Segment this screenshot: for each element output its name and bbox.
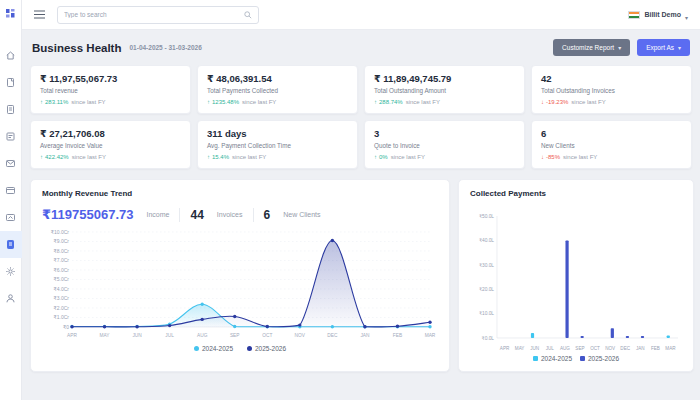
topbar: Billit Demo — [22, 0, 700, 30]
india-flag-icon — [628, 11, 640, 19]
svg-text:₹0: ₹0 — [63, 324, 69, 330]
bar-2025-2026[interactable] — [626, 336, 629, 338]
home-icon — [5, 50, 16, 61]
legend-item-2024-2025[interactable]: 2024-2025 — [533, 355, 572, 362]
export-as-label: Export As — [646, 44, 674, 51]
org-switcher[interactable]: Billit Demo — [628, 6, 688, 24]
data-point[interactable] — [233, 315, 236, 318]
kpi-card-quote-to-invoice: 3 Quote to Invoice 0% since last FY — [364, 120, 525, 169]
monthly-revenue-chart[interactable]: ₹10.0Cr₹9.0Cr₹8.0Cr₹7.0Cr₹6.0Cr₹5.0Cr₹4.… — [42, 226, 438, 342]
kpi-label: Total Outstanding Invoices — [541, 87, 682, 94]
bar-2025-2026[interactable] — [581, 336, 584, 338]
global-search[interactable] — [57, 6, 259, 24]
data-point[interactable] — [200, 303, 203, 306]
trend-arrow-icon — [207, 99, 210, 105]
chevron-down-icon — [618, 44, 621, 51]
kpi-delta: 288.74% since last FY — [374, 99, 515, 105]
app-logo[interactable] — [4, 6, 18, 20]
legend-item-2025-2026[interactable]: 2025-2026 — [580, 355, 619, 362]
collected-payments-chart[interactable]: ₹50.0L₹40.0L₹30.0L₹20.0L₹10.0L₹0.0LAPRMA… — [470, 206, 682, 352]
kpi-card-payments-collected: ₹ 48,06,391.54 Total Payments Collected … — [197, 65, 358, 114]
sidebar-item-settings[interactable] — [0, 258, 22, 285]
trend-arrow-icon — [374, 99, 377, 105]
legend-item-2025-2026[interactable]: 2025-2026 — [247, 345, 286, 352]
svg-text:APR: APR — [67, 333, 77, 338]
invoices-label: Invoices — [217, 211, 243, 218]
sidebar-item-inbox[interactable] — [0, 150, 22, 177]
data-point[interactable] — [200, 318, 203, 321]
invoices-value: 44 — [190, 208, 203, 222]
series-line-2025-2026 — [72, 241, 430, 327]
svg-text:₹3.0Cr: ₹3.0Cr — [54, 295, 70, 301]
svg-text:MAR: MAR — [425, 333, 436, 338]
search-input[interactable] — [64, 11, 244, 18]
date-range: 01-04-2025 - 31-03-2026 — [129, 44, 201, 51]
divider — [179, 208, 180, 222]
export-as-button[interactable]: Export As — [637, 39, 690, 56]
svg-text:₹40.0L: ₹40.0L — [479, 238, 494, 243]
svg-text:MAY: MAY — [515, 346, 525, 351]
kpi-card-outstanding-invoices: 42 Total Outstanding Invoices -19.23% si… — [531, 65, 692, 114]
chevron-down-icon — [685, 6, 688, 24]
legend-swatch — [580, 356, 585, 361]
data-point[interactable] — [168, 324, 171, 327]
kpi-delta-suffix: since last FY — [406, 99, 440, 105]
legend-label: 2024-2025 — [541, 355, 572, 362]
main-content: Business Health 01-04-2025 - 31-03-2026 … — [22, 30, 700, 400]
svg-text:MAY: MAY — [100, 333, 111, 338]
revenue-stats-row: ₹119755067.73 Income 44 Invoices 6 New C… — [42, 207, 438, 222]
sidebar-item-reports[interactable] — [0, 231, 22, 258]
sidebar-item-expenses[interactable] — [0, 204, 22, 231]
trend-arrow-icon — [374, 154, 377, 160]
kpi-value: ₹ 11,97,55,067.73 — [40, 73, 181, 84]
data-point[interactable] — [103, 325, 106, 328]
bar-2025-2026[interactable] — [611, 328, 614, 338]
hamburger-menu-button[interactable] — [34, 10, 45, 19]
panel-title: Collected Payments — [470, 189, 682, 198]
data-point[interactable] — [266, 325, 269, 328]
sidebar-item-documents[interactable] — [0, 69, 22, 96]
svg-text:JUL: JUL — [546, 346, 555, 351]
sidebar-item-payments[interactable] — [0, 177, 22, 204]
data-point[interactable] — [298, 323, 301, 326]
trend-arrow-icon — [541, 99, 544, 105]
page-title: Business Health — [32, 42, 121, 54]
svg-text:₹1.0Cr: ₹1.0Cr — [54, 314, 70, 320]
legend-swatch — [533, 356, 538, 361]
sidebar-item-invoices[interactable] — [0, 96, 22, 123]
bar-2024-2025[interactable] — [667, 336, 670, 338]
data-point[interactable] — [331, 239, 334, 242]
svg-text:₹6.0Cr: ₹6.0Cr — [54, 267, 70, 273]
kpi-delta-suffix: since last FY — [571, 99, 605, 105]
kpi-delta-pct: 1235.48% — [212, 99, 239, 105]
page-header: Business Health 01-04-2025 - 31-03-2026 … — [32, 39, 690, 56]
data-point[interactable] — [396, 325, 399, 328]
data-point[interactable] — [70, 325, 73, 328]
svg-text:MAR: MAR — [665, 346, 676, 351]
bar-2024-2025[interactable] — [531, 333, 534, 338]
kpi-delta: -19.23% since last FY — [541, 99, 682, 105]
sidebar — [0, 0, 22, 400]
legend-item-2024-2025[interactable]: 2024-2025 — [194, 345, 233, 352]
data-point[interactable] — [428, 321, 431, 324]
divider — [253, 208, 254, 222]
svg-text:JAN: JAN — [360, 333, 370, 338]
svg-text:SEP: SEP — [575, 346, 584, 351]
sidebar-item-bills[interactable] — [0, 123, 22, 150]
bar-2025-2026[interactable] — [641, 336, 644, 338]
data-point[interactable] — [363, 325, 366, 328]
kpi-delta-suffix: since last FY — [71, 99, 105, 105]
kpi-label: Total Payments Collected — [207, 87, 348, 94]
kpi-card-average-invoice-value: ₹ 27,21,706.08 Average Invoice Value 422… — [30, 120, 191, 169]
legend-label: 2024-2025 — [202, 345, 233, 352]
data-point[interactable] — [135, 325, 138, 328]
sidebar-item-home[interactable] — [0, 42, 22, 69]
sidebar-item-profile[interactable] — [0, 285, 22, 312]
svg-text:OCT: OCT — [590, 346, 600, 351]
customize-report-button[interactable]: Customize Report — [553, 39, 630, 56]
kpi-card-collection-time: 311 days Avg. Payment Collection Time 15… — [197, 120, 358, 169]
kpi-label: Avg. Payment Collection Time — [207, 142, 348, 149]
bar-2025-2026[interactable] — [565, 240, 568, 338]
kpi-label: Quote to Invoice — [374, 142, 515, 149]
kpi-label: New Clients — [541, 142, 682, 149]
